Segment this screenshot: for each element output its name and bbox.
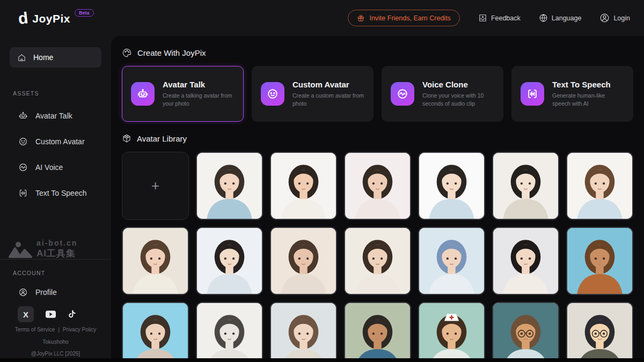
smiley-icon [261, 82, 284, 106]
social-links: X [18, 306, 76, 322]
main-panel: Create With JoyPix Avatar Talk Create a … [111, 36, 644, 362]
avatar-tile[interactable] [492, 152, 559, 220]
avatar-tile[interactable] [270, 227, 337, 295]
avatar-tile[interactable] [196, 227, 263, 295]
avatar-tile[interactable] [196, 152, 263, 220]
globe-icon [539, 13, 548, 23]
avatar-tile[interactable] [492, 227, 559, 295]
bottom-edge-strip [0, 358, 644, 362]
sidebar-home-label: Home [33, 53, 53, 62]
create-section-header: Create With JoyPix [122, 47, 633, 58]
add-avatar-tile[interactable]: + [122, 152, 189, 220]
watermark: ai-bot.cn AI工具集 [9, 239, 77, 260]
sidebar-item-custom-avatar[interactable]: Custom Avatar [0, 129, 111, 154]
card-desc: Clone your voice with 10 seconds of audi… [422, 92, 494, 108]
avatar-tile[interactable] [344, 302, 411, 362]
sidebar: Home ASSETS Avatar Talk Custom Avatar A [0, 36, 111, 358]
privacy-link[interactable]: Privacy Policy [63, 327, 96, 333]
sidebar-item-avatar-talk[interactable]: Avatar Talk [0, 103, 111, 129]
card-desc: Generate human-like speech with AI [552, 92, 624, 108]
watermark-line2: AI工具集 [36, 247, 77, 260]
sidebar-ai-voice-label: AI Voice [35, 163, 63, 172]
card-desc: Create a custom avatar from photo [292, 92, 364, 108]
language-button[interactable]: Language [539, 13, 582, 23]
card-voice-clone[interactable]: Voice Clone Clone your voice with 10 sec… [382, 66, 503, 122]
tokushoho-link[interactable]: Tokushoho [0, 339, 111, 345]
tiktok-icon[interactable] [68, 310, 76, 319]
feedback-button[interactable]: Feedback [478, 13, 521, 23]
joypix-app: d JoyPix Beta Invite Friends, Earn Credi… [0, 0, 644, 362]
avatar-tile[interactable] [566, 152, 633, 220]
beta-badge: Beta [75, 9, 94, 17]
sidebar-item-text-to-speech[interactable]: Text To Speech [0, 180, 111, 206]
youtube-icon[interactable] [46, 311, 56, 318]
avatar-tile[interactable] [196, 302, 263, 362]
card-text-to-speech[interactable]: Text To Speech Generate human-like speec… [511, 66, 633, 122]
sidebar-divider [0, 259, 111, 260]
brand-mark-icon: d [17, 10, 28, 27]
voice-wave-icon [18, 162, 28, 172]
sidebar-profile-label: Profile [35, 288, 57, 297]
assets-section-label: ASSETS [13, 90, 111, 97]
card-desc: Create a talking avatar from your photo [163, 92, 235, 108]
sidebar-item-profile[interactable]: Profile [18, 283, 57, 302]
copyright: @JoyPix LLC [2025] [0, 351, 111, 357]
robot-icon [18, 111, 28, 121]
user-circle-icon [599, 13, 610, 23]
card-title: Voice Clone [422, 80, 494, 89]
avatar-tile[interactable] [122, 227, 189, 295]
watermark-logo-icon [9, 241, 32, 258]
top-bar: d JoyPix Beta Invite Friends, Earn Credi… [0, 0, 644, 36]
avatar-tile[interactable] [270, 302, 337, 362]
card-title: Text To Speech [552, 80, 624, 89]
terms-link[interactable]: Terms of Service [15, 327, 55, 333]
avatar-tile[interactable] [122, 302, 189, 362]
cube-icon [122, 134, 131, 143]
brand-logo[interactable]: d JoyPix Beta [18, 10, 94, 26]
avatar-tile[interactable] [566, 302, 633, 362]
avatar-tile[interactable] [344, 227, 411, 295]
avatar-tile[interactable] [270, 152, 337, 220]
watermark-line1: ai-bot.cn [36, 239, 77, 247]
profile-icon [18, 287, 28, 297]
sidebar-item-home[interactable]: Home [10, 47, 101, 68]
brand-name: JoyPix [32, 12, 70, 25]
library-header-title: Avatar Library [137, 134, 187, 143]
avatar-grid: + [122, 152, 633, 362]
sidebar-text-to-speech-label: Text To Speech [35, 189, 86, 197]
feedback-icon [478, 13, 487, 23]
login-button[interactable]: Login [599, 13, 630, 23]
voice-wave-icon [391, 82, 414, 106]
create-cards: Avatar Talk Create a talking avatar from… [122, 66, 633, 122]
invite-friends-button[interactable]: Invite Friends, Earn Credits [348, 10, 459, 26]
sidebar-item-ai-voice[interactable]: AI Voice [0, 154, 111, 180]
avatar-tile[interactable] [492, 302, 559, 362]
card-avatar-talk[interactable]: Avatar Talk Create a talking avatar from… [122, 66, 244, 122]
sidebar-custom-avatar-label: Custom Avatar [35, 137, 85, 146]
language-label: Language [552, 14, 582, 22]
home-icon [17, 53, 26, 62]
invite-friends-label: Invite Friends, Earn Credits [369, 14, 450, 22]
avatar-tile[interactable] [344, 152, 411, 220]
card-title: Avatar Talk [163, 80, 235, 89]
library-section-header: Avatar Library [122, 132, 633, 144]
x-social-icon[interactable]: X [18, 306, 34, 322]
gift-icon [357, 14, 365, 22]
account-section-label: ACCOUNT [13, 270, 45, 276]
feedback-label: Feedback [491, 14, 521, 22]
login-label: Login [613, 14, 630, 22]
avatar-tile[interactable] [418, 302, 485, 362]
avatar-tile[interactable] [418, 152, 485, 220]
top-actions: Invite Friends, Earn Credits Feedback La… [348, 10, 630, 26]
tts-bars-icon [521, 82, 544, 106]
avatar-tile[interactable] [566, 227, 633, 295]
footer-links: Terms of Service|Privacy Policy [0, 327, 111, 333]
palette-icon [122, 48, 132, 58]
avatar-tile[interactable] [418, 227, 485, 295]
assets-items: Avatar Talk Custom Avatar AI Voice Text … [0, 103, 111, 206]
card-custom-avatar[interactable]: Custom Avatar Create a custom avatar fro… [252, 66, 374, 122]
card-title: Custom Avatar [292, 80, 364, 89]
create-header-title: Create With JoyPix [137, 48, 206, 57]
robot-icon [131, 82, 155, 106]
plus-icon: + [151, 178, 159, 194]
